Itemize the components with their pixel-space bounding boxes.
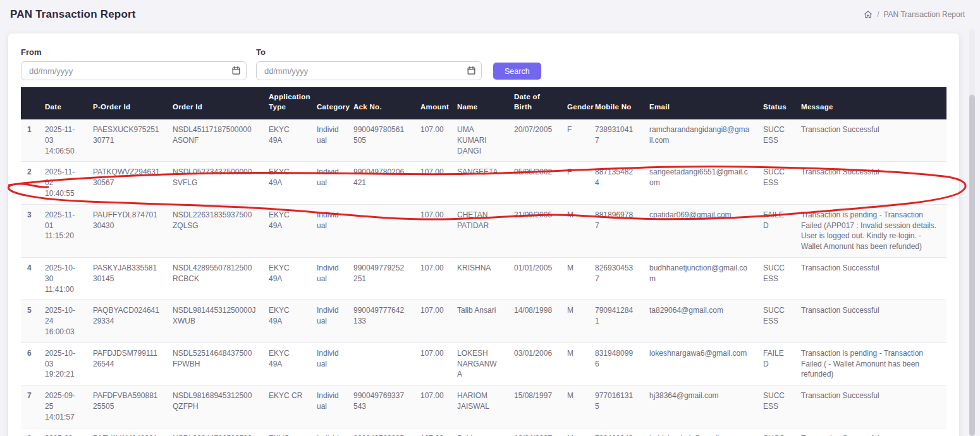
cell-date: 2025-09-24 15:45:22: [39, 428, 87, 436]
column-header-application-type: Application Type: [262, 87, 310, 119]
cell-order-id: NSDL98168945312500QZFPH: [166, 385, 262, 428]
cell-ack-no: 990049780561505: [347, 119, 414, 162]
table-row: 7 2025-09-25 14:01:57 PAFDFVBA5908812550…: [21, 385, 946, 428]
cell-date-of-birth: 20/07/2005: [508, 119, 561, 162]
cell-p-order-id: PAUFFYDL87470130430: [87, 204, 166, 257]
cell-name: CHETAN PATIDAR: [451, 204, 508, 257]
cell-date-of-birth: 03/01/2006: [508, 342, 561, 385]
cell-order-id: NSDL52514648437500FPWBH: [166, 342, 262, 385]
scrollbar-thumb[interactable]: [969, 95, 975, 436]
cell-mobile-no: 8269304537: [589, 258, 643, 300]
table-row: 5 2025-10-24 16:00:03 PAQBYACD0246412933…: [21, 300, 946, 342]
page-header: PAN Transaction Report / PAN Transaction…: [0, 0, 980, 28]
table-row: 4 2025-10-30 11:41:00 PASKYJAB3355813014…: [21, 258, 946, 300]
row-number: 8: [21, 428, 39, 436]
home-icon[interactable]: [864, 10, 873, 19]
cell-email: sangeetadangi6551@gmail.com: [643, 162, 757, 204]
cell-p-order-id: PATKQWVZ29463130567: [87, 162, 166, 204]
row-number: 2: [21, 162, 39, 204]
cell-date: 2025-11-01 11:15:20: [39, 204, 87, 257]
row-number: 5: [21, 300, 39, 342]
from-date-field: From: [21, 47, 247, 80]
table-row: 2 2025-11-02 10:40:55 PATKQWVZ2946313056…: [21, 162, 946, 204]
cell-message: Transaction Successful: [795, 300, 946, 342]
cell-category: Individual: [310, 428, 347, 436]
cell-status: SUCCESS: [757, 162, 795, 204]
cell-category: Individual: [310, 204, 347, 257]
to-date-input[interactable]: [256, 61, 482, 80]
cell-email: lokeshnargawa6@gmail.com: [643, 342, 757, 385]
cell-p-order-id: PAFDJDSM79911126544: [87, 342, 166, 385]
cell-category: Individual: [310, 162, 347, 204]
column-header-amount: Amount: [414, 87, 451, 119]
cell-mobile-no: 8319480996: [589, 342, 643, 385]
cell-mobile-no: 7389310417: [589, 119, 643, 162]
cell-category: Individual: [310, 342, 347, 385]
cell-ack-no: [347, 342, 414, 385]
cell-date: 2025-10-30 11:41:00: [39, 258, 87, 300]
cell-message: Transaction Successful: [795, 385, 946, 428]
cell-message: Transaction Successful: [795, 162, 946, 204]
cell-application-type: EKYC 49A: [262, 162, 310, 204]
row-number: 3: [21, 204, 39, 257]
cell-gender: M: [561, 204, 589, 257]
cell-amount: 107.00: [414, 119, 451, 162]
cell-date-of-birth: 15/08/1997: [508, 385, 561, 428]
column-header-name: Name: [451, 87, 508, 119]
cell-application-type: EKYC 49A: [262, 342, 310, 385]
cell-message: Transaction Successful: [795, 119, 946, 162]
column-header-category: Category: [310, 87, 347, 119]
cell-gender: M: [561, 258, 589, 300]
filter-bar: From To Search: [21, 33, 946, 87]
cell-email: ta829064@gmail.com: [643, 300, 757, 342]
search-button[interactable]: Search: [493, 63, 541, 80]
cell-order-id: NSDL22631835937500ZQLSG: [166, 204, 262, 257]
row-number: 1: [21, 119, 39, 162]
breadcrumb: / PAN Transaction Report: [864, 10, 965, 19]
cell-date: 2025-10-03 19:20:21: [39, 342, 87, 385]
cell-email: budhhanetjunction@gmail.com: [643, 258, 757, 300]
cell-amount: 107.00: [414, 300, 451, 342]
cell-status: SUCCESS: [757, 119, 795, 162]
cell-amount: 107.00: [414, 428, 451, 436]
cell-status: SUCCESS: [757, 428, 795, 436]
cell-name: KRISHNA: [451, 258, 508, 300]
cell-p-order-id: PAQBYACD02464129334: [87, 300, 166, 342]
column-header-p-order-id: P-Order Id: [87, 87, 166, 119]
table-row: 3 2025-11-01 11:15:20 PAUFFYDL8747013043…: [21, 204, 946, 257]
cell-application-type: EKYC 49A: [262, 204, 310, 257]
cell-message: Transaction Successful: [795, 258, 946, 300]
cell-date-of-birth: 05/05/2002: [508, 162, 561, 204]
cell-status: SUCCESS: [757, 258, 795, 300]
cell-ack-no: 990049780206421: [347, 162, 414, 204]
cell-date-of-birth: 01/01/2005: [508, 258, 561, 300]
cell-category: Individual: [310, 119, 347, 162]
cell-gender: F: [561, 119, 589, 162]
cell-name: Talib Ansari: [451, 300, 508, 342]
cell-email: cpatidar069@gmail.com: [643, 204, 757, 257]
cell-order-id: NSDL03344726562500AMSEM: [166, 428, 262, 436]
cell-ack-no: 990049777642133: [347, 300, 414, 342]
cell-order-id: NSDL45117187500000ASONF: [166, 119, 262, 162]
cell-name: SANGEETA: [451, 162, 508, 204]
cell-application-type: EKYC 49A: [262, 258, 310, 300]
cell-name: HARIOM JAISWAL: [451, 385, 508, 428]
cell-order-id: NSDL05273437500000SVFLG: [166, 162, 262, 204]
column-header-status: Status: [757, 87, 795, 119]
cell-name: Bablu Baghel: [451, 428, 508, 436]
cell-status: SUCCESS: [757, 385, 795, 428]
cell-date-of-birth: 14/08/1998: [508, 300, 561, 342]
column-header-order-id: Order Id: [166, 87, 262, 119]
cell-gender: M: [561, 300, 589, 342]
cell-mobile-no: 8871354824: [589, 162, 643, 204]
from-label: From: [21, 47, 247, 57]
report-card: From To Search: [8, 33, 959, 436]
cell-date: 2025-10-24 16:00:03: [39, 300, 87, 342]
cell-date: 2025-11-02 10:40:55: [39, 162, 87, 204]
cell-gender: M: [561, 342, 589, 385]
cell-ack-no: [347, 204, 414, 257]
cell-email: bablubaghelr@gmail.com: [643, 428, 757, 436]
from-date-input[interactable]: [21, 61, 247, 80]
row-number: 4: [21, 258, 39, 300]
column-header-ack-no: Ack No.: [347, 87, 414, 119]
